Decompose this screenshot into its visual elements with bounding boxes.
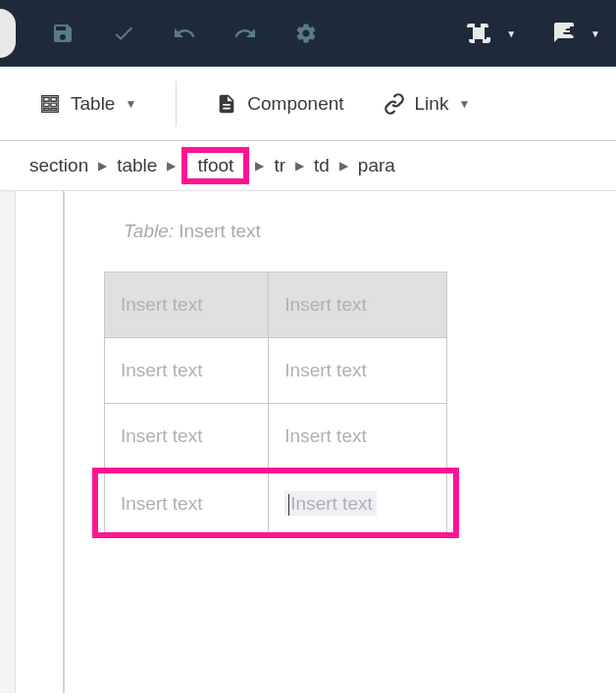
table-footer-cell[interactable]: Insert text xyxy=(105,471,269,538)
undo-icon[interactable] xyxy=(173,22,196,45)
table-footer-row: Insert text Insert text xyxy=(105,471,447,538)
chevron-down-icon[interactable]: ▼ xyxy=(590,28,600,39)
save-icon[interactable] xyxy=(51,22,75,45)
table-cell[interactable]: Insert text xyxy=(105,338,269,404)
table-caption-placeholder: Insert text xyxy=(179,221,260,241)
table-header-cell[interactable]: Insert text xyxy=(105,273,269,338)
table-header-row: Insert text Insert text xyxy=(105,273,447,338)
content-area: Table: Insert text Insert text Insert te… xyxy=(0,191,616,693)
svg-rect-0 xyxy=(475,29,483,37)
chevron-down-icon: ▼ xyxy=(458,97,470,111)
chevron-right-icon: ▶ xyxy=(295,159,304,173)
chevron-down-icon[interactable]: ▼ xyxy=(506,28,516,39)
data-table: Insert text Insert text Insert text Inse… xyxy=(104,272,447,538)
left-gutter xyxy=(0,191,16,693)
table-row: Insert text Insert text xyxy=(105,338,447,404)
table-cell[interactable]: Insert text xyxy=(269,404,447,471)
menu-divider xyxy=(176,81,177,126)
table-cell[interactable]: Insert text xyxy=(269,338,447,404)
chevron-right-icon: ▶ xyxy=(339,159,348,173)
breadcrumb-tr[interactable]: tr xyxy=(274,155,285,176)
editor-content[interactable]: Table: Insert text Insert text Insert te… xyxy=(65,191,616,693)
breadcrumb-td[interactable]: td xyxy=(314,155,330,176)
table-menu-label: Table xyxy=(71,93,115,115)
table-footer-cell-active[interactable]: Insert text xyxy=(269,471,447,538)
table-cell[interactable]: Insert text xyxy=(105,404,269,471)
check-icon[interactable] xyxy=(112,22,135,45)
menu-bar: Table ▼ Component Link ▼ xyxy=(0,67,616,141)
breadcrumb-para[interactable]: para xyxy=(358,155,395,176)
component-menu-label: Component xyxy=(247,93,343,115)
breadcrumb-table[interactable]: table xyxy=(117,155,157,176)
breadcrumb-tfoot[interactable]: tfoot xyxy=(181,147,249,184)
component-menu[interactable]: Component xyxy=(216,93,343,115)
table-caption[interactable]: Table: Insert text xyxy=(124,221,587,242)
link-menu-label: Link xyxy=(415,93,449,115)
table-icon xyxy=(39,93,61,115)
table-menu[interactable]: Table ▼ xyxy=(39,93,136,115)
gear-icon[interactable] xyxy=(294,22,318,45)
table-caption-prefix: Table: xyxy=(124,221,174,241)
avatar[interactable] xyxy=(0,9,16,58)
breadcrumb: section ▶ table ▶ tfoot ▶ tr ▶ td ▶ para xyxy=(0,141,616,191)
link-icon xyxy=(384,93,405,115)
chevron-right-icon: ▶ xyxy=(98,159,107,173)
link-menu[interactable]: Link ▼ xyxy=(384,93,471,115)
chat-icon[interactable] xyxy=(551,22,575,45)
top-toolbar: ▼ ▼ xyxy=(0,0,616,67)
breadcrumb-section[interactable]: section xyxy=(29,155,88,176)
redo-icon[interactable] xyxy=(233,22,257,45)
chevron-down-icon: ▼ xyxy=(125,97,136,111)
document-icon xyxy=(216,93,237,115)
table-row: Insert text Insert text xyxy=(105,404,447,471)
chevron-right-icon: ▶ xyxy=(167,159,176,173)
editor-gutter xyxy=(16,191,65,693)
table-header-cell[interactable]: Insert text xyxy=(269,273,447,338)
frame-icon[interactable] xyxy=(467,22,490,45)
chevron-right-icon: ▶ xyxy=(255,159,264,173)
